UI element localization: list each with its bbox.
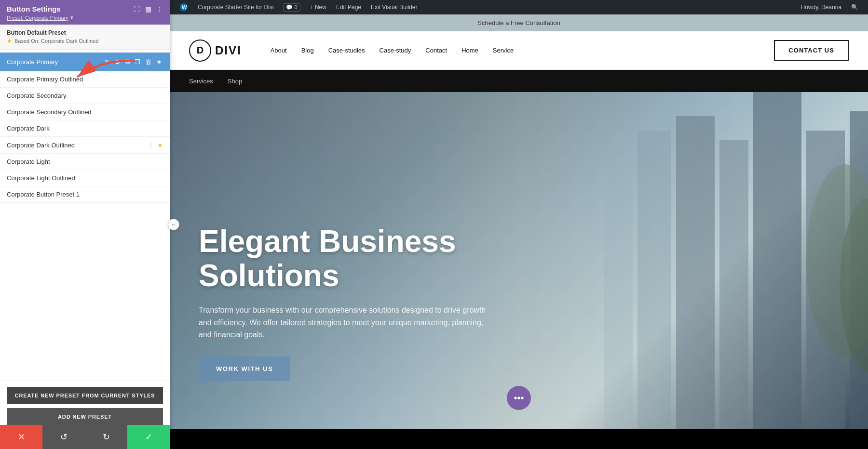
dots-icon: ••• xyxy=(514,393,524,404)
new-label: + New xyxy=(310,4,326,11)
contact-us-button[interactable]: CONTACT US xyxy=(774,40,849,61)
hero-cta-button[interactable]: WORK WITH US xyxy=(199,357,290,381)
preset-item-corporate-dark-outlined[interactable]: Corporate Dark Outlined ⋮ ★ xyxy=(0,137,170,154)
undo-icon: ↺ xyxy=(60,432,68,442)
star-icon[interactable]: ★ xyxy=(157,142,163,149)
preset-item-label: Corporate Dark xyxy=(7,125,163,132)
primary-nav-links: About Blog Case-studies Case-study Conta… xyxy=(271,47,774,54)
preset-item-corporate-light-outlined[interactable]: Corporate Light Outlined xyxy=(0,170,170,186)
top-bar-text: Schedule a Free Consultation xyxy=(477,19,560,26)
delete-icon[interactable]: 🗑 xyxy=(144,57,152,66)
comments-icon: 💬 xyxy=(286,4,293,10)
columns-icon[interactable]: ▦ xyxy=(145,5,151,13)
hero-title: Elegant Business Solutions xyxy=(199,224,536,292)
resize-handle[interactable]: ↔ xyxy=(168,219,179,230)
settings-panel: Button Settings ⛶ ▦ ⋮ Preset: Corporate … xyxy=(0,0,170,449)
wp-admin-bar: W Corporate Starter Site for Divi 💬 0 + … xyxy=(170,0,868,14)
bottom-toolbar: ✕ ↺ ↻ ✓ xyxy=(0,425,170,449)
cancel-icon: ✕ xyxy=(18,432,25,442)
exit-builder-label: Exit Visual Builder xyxy=(371,4,418,11)
save-button[interactable]: ✓ xyxy=(127,425,170,449)
more-icon[interactable]: ⋮ xyxy=(148,141,154,149)
admin-bar-right: Howdy, Deanna 🔍 xyxy=(796,0,864,14)
preset-item-corporate-dark[interactable]: Corporate Dark xyxy=(0,120,170,137)
preset-item-corporate-primary-outlined[interactable]: Corporate Primary Outlined xyxy=(0,71,170,88)
preset-dropdown-icon: ▾ xyxy=(70,14,73,21)
site-name-link[interactable]: Corporate Starter Site for Divi xyxy=(193,0,278,14)
nav-link-services[interactable]: Services xyxy=(189,78,213,85)
preset-item-label: Corporate Light xyxy=(7,158,163,165)
default-preset-based: ★ Based On: Corporate Dark Outlined xyxy=(7,38,163,44)
logo-circle: D xyxy=(189,40,211,62)
preset-item-label: Corporate Primary xyxy=(7,58,104,66)
preset-item-label: Corporate Primary Outlined xyxy=(7,76,163,83)
settings-icon[interactable]: ⚙ xyxy=(114,57,122,66)
redo-button[interactable]: ↻ xyxy=(85,425,127,449)
admin-search-button[interactable]: 🔍 xyxy=(846,0,863,14)
preset-item-label: Corporate Secondary Outlined xyxy=(7,108,163,116)
preset-item-actions: ✎ ⚙ ⧉ ❐ 🗑 ★ xyxy=(104,57,163,66)
website-preview: W Corporate Starter Site for Divi 💬 0 + … xyxy=(170,0,868,449)
exit-builder-link[interactable]: Exit Visual Builder xyxy=(366,0,422,14)
logo-letter: D xyxy=(197,45,203,56)
preset-item-actions: ⋮ ★ xyxy=(148,141,163,149)
site-header: Schedule a Free Consultation D DIVI Abou… xyxy=(170,14,868,92)
secondary-nav: Services Shop xyxy=(170,70,868,92)
edit-page-link[interactable]: Edit Page xyxy=(331,0,366,14)
floating-dots-button[interactable]: ••• xyxy=(507,386,531,410)
redo-icon: ↻ xyxy=(103,432,110,442)
star-icon: ★ xyxy=(7,38,12,44)
undo-button[interactable]: ↺ xyxy=(42,425,85,449)
site-logo[interactable]: D DIVI xyxy=(189,40,242,62)
panel-header: Button Settings ⛶ ▦ ⋮ Preset: Corporate … xyxy=(0,0,170,25)
copy-icon[interactable]: ⧉ xyxy=(124,57,131,66)
preset-item-label: Corporate Light Outlined xyxy=(7,174,163,182)
howdy-text: Howdy, Deanna xyxy=(796,4,847,11)
default-preset-title: Button Default Preset xyxy=(7,29,163,36)
preset-item-corporate-light[interactable]: Corporate Light xyxy=(0,154,170,170)
site-name-text: Corporate Starter Site for Divi xyxy=(198,4,273,11)
logo-text: DIVI xyxy=(215,44,242,57)
edit-icon[interactable]: ✎ xyxy=(104,57,111,66)
preset-item-label: Corporate Button Preset 1 xyxy=(7,191,163,198)
main-nav: D DIVI About Blog Case-studies Case-stud… xyxy=(170,31,868,70)
nav-link-about[interactable]: About xyxy=(271,47,287,54)
panel-title: Button Settings xyxy=(7,5,61,13)
preset-item-label: Corporate Dark Outlined xyxy=(7,142,148,149)
edit-page-label: Edit Page xyxy=(336,4,361,11)
preset-selector[interactable]: Preset: Corporate Primary ▾ xyxy=(7,14,163,21)
nav-link-service[interactable]: Service xyxy=(493,47,514,54)
nav-link-case-studies[interactable]: Case-studies xyxy=(328,47,365,54)
wp-logo-button[interactable]: W xyxy=(175,0,193,14)
comment-bubble: 💬 0 xyxy=(283,3,300,12)
nav-link-contact[interactable]: Contact xyxy=(425,47,447,54)
nav-link-home[interactable]: Home xyxy=(461,47,478,54)
preset-item-corporate-secondary-outlined[interactable]: Corporate Secondary Outlined xyxy=(0,104,170,120)
cancel-button[interactable]: ✕ xyxy=(0,425,42,449)
preset-item-corporate-primary[interactable]: Corporate Primary ✎ ⚙ ⧉ ❐ 🗑 ★ xyxy=(0,53,170,71)
save-icon: ✓ xyxy=(145,432,152,442)
comments-link[interactable]: 💬 0 xyxy=(278,0,305,14)
preset-item-label: Corporate Secondary xyxy=(7,92,163,99)
top-bar: Schedule a Free Consultation xyxy=(170,14,868,31)
create-preset-button[interactable]: CREATE NEW PRESET FROM CURRENT STYLES xyxy=(7,387,163,404)
fullscreen-icon[interactable]: ⛶ xyxy=(134,5,140,13)
based-on-text: Based On: Corporate Dark Outlined xyxy=(14,38,98,44)
preset-item-corporate-secondary[interactable]: Corporate Secondary xyxy=(0,88,170,104)
duplicate-icon[interactable]: ❐ xyxy=(134,57,141,66)
hero-section: Elegant Business Solutions Transform you… xyxy=(170,92,868,429)
default-preset-notice: Button Default Preset ★ Based On: Corpor… xyxy=(0,25,170,50)
more-options-icon[interactable]: ⋮ xyxy=(156,5,163,13)
preset-item-corporate-button-preset-1[interactable]: Corporate Button Preset 1 xyxy=(0,186,170,203)
hero-subtitle: Transform your business with our compreh… xyxy=(199,304,488,341)
star-active-icon[interactable]: ★ xyxy=(155,57,163,66)
nav-link-shop[interactable]: Shop xyxy=(228,78,242,85)
comments-count: 0 xyxy=(294,4,297,10)
search-icon: 🔍 xyxy=(851,4,858,11)
add-preset-button[interactable]: ADD NEW PRESET xyxy=(7,408,163,425)
new-button[interactable]: + New xyxy=(305,0,331,14)
svg-text:W: W xyxy=(182,4,187,10)
nav-link-case-study[interactable]: Case-study xyxy=(380,47,411,54)
panel-header-icons: ⛶ ▦ ⋮ xyxy=(134,5,163,13)
nav-link-blog[interactable]: Blog xyxy=(301,47,314,54)
